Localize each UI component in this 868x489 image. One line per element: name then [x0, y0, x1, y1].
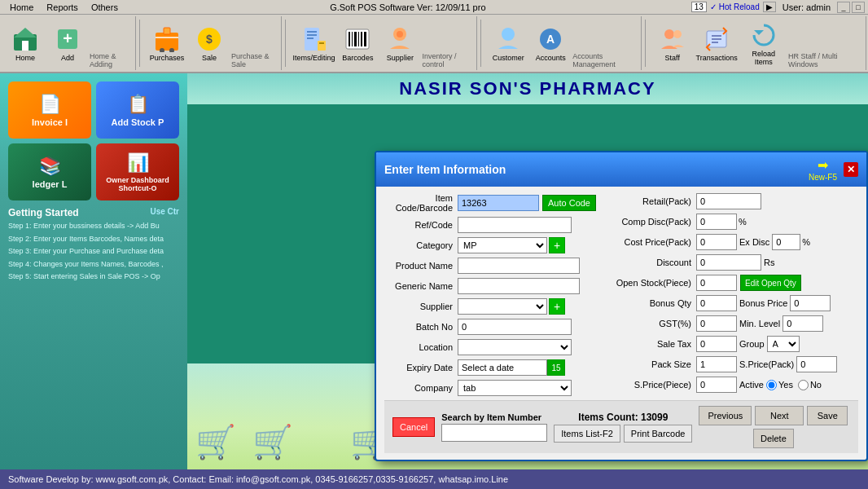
supplier-label: Supplier — [387, 54, 414, 62]
toolbar-accounts[interactable]: A Accounts — [530, 23, 571, 64]
toolbar-customer[interactable]: Customer — [488, 23, 528, 64]
toolbar-transactions[interactable]: Transactions — [695, 23, 739, 64]
ref-code-input[interactable] — [458, 217, 572, 233]
toolbar-sale[interactable]: $ Sale — [189, 23, 230, 64]
purchase-group-label: Purchase & Sale — [231, 52, 278, 70]
menu-reports[interactable]: Reports — [40, 2, 85, 12]
maximize-btn[interactable]: □ — [852, 2, 865, 13]
dashboard-label: Owner DashboardShortcut-O — [106, 176, 169, 192]
extra-btn[interactable]: ▶ — [763, 2, 776, 12]
min-level-input[interactable] — [783, 315, 823, 332]
barcodes-label: Barcodes — [342, 54, 373, 62]
s-price-pack-input[interactable] — [796, 356, 837, 372]
supplier-icon — [385, 24, 414, 54]
supplier-add-button[interactable]: + — [549, 298, 565, 315]
gst-input[interactable] — [696, 315, 737, 332]
new-f5-arrow: ➡ — [818, 157, 828, 173]
toolbar-group-inventory: Items/Editing Barcodes — [289, 16, 478, 70]
search-input[interactable] — [441, 424, 547, 442]
toolbar-barcodes[interactable]: Barcodes — [337, 23, 378, 64]
search-section: Search by Item Number — [441, 412, 547, 442]
pack-size-row: Pack Size S.Price(Pack) — [611, 356, 858, 372]
bonus-qty-input[interactable] — [696, 295, 737, 311]
toolbar-purchases[interactable]: Purchases — [147, 23, 187, 64]
toolbar-add[interactable]: + Add — [47, 23, 88, 64]
item-code-input[interactable] — [458, 195, 539, 211]
svg-rect-13 — [307, 34, 317, 36]
comp-disc-input[interactable] — [696, 214, 737, 230]
active-yes-label[interactable]: Yes — [766, 380, 793, 390]
ex-disc-input[interactable] — [772, 234, 800, 250]
active-no-radio[interactable] — [798, 380, 809, 390]
minimize-btn[interactable]: _ — [837, 2, 850, 13]
calendar-button[interactable]: 15 — [547, 359, 565, 376]
svg-text:+: + — [63, 29, 72, 47]
toolbar-items-editing[interactable]: Items/Editing — [292, 23, 336, 64]
toolbar-reload[interactable]: Reload Items — [741, 19, 787, 68]
active-yes-text: Yes — [778, 380, 793, 390]
previous-button[interactable]: Previous — [699, 406, 752, 425]
s-price-pack-label: S.Price(Pack) — [739, 359, 794, 369]
pack-size-label: Pack Size — [611, 359, 696, 369]
open-stock-input[interactable] — [696, 275, 737, 291]
group-select[interactable]: A — [767, 336, 800, 352]
location-select[interactable] — [458, 339, 572, 355]
search-label: Search by Item Number — [441, 412, 547, 422]
owner-dashboard-button[interactable]: 📊 Owner DashboardShortcut-O — [96, 143, 179, 200]
product-name-input[interactable] — [458, 258, 580, 274]
dialog-close-button[interactable]: ✕ — [844, 162, 858, 177]
toolbar-home[interactable]: Home — [5, 23, 46, 64]
open-stock-label: Open Stock(Piece) — [611, 278, 696, 288]
discount-input[interactable] — [696, 254, 761, 271]
menu-home[interactable]: Home — [3, 2, 40, 12]
staff-label: Staff — [665, 54, 680, 62]
s-price-piece-input[interactable] — [696, 377, 737, 393]
toolbar-supplier[interactable]: Supplier — [379, 23, 420, 64]
new-f5-button[interactable]: ➡ New-F5 — [809, 157, 837, 182]
toolbar-staff[interactable]: Staff — [652, 23, 693, 64]
bonus-price-input[interactable] — [790, 295, 831, 311]
sale-tax-input[interactable] — [696, 336, 737, 352]
toolbar-group-accounts: Customer A Accounts Accounts Management — [484, 16, 642, 70]
auto-code-button[interactable]: Auto Code — [542, 195, 596, 211]
home-icon — [11, 24, 40, 54]
active-no-label[interactable]: No — [798, 380, 822, 390]
cost-price-input[interactable] — [696, 234, 737, 250]
delete-button[interactable]: Delete — [753, 429, 794, 448]
toolbar-group-purchase: Purchases $ Sale Purchase & Sale — [143, 16, 282, 70]
svg-rect-22 — [361, 32, 362, 46]
comp-disc-row: Comp Disc(Pack) % — [611, 214, 858, 230]
menu-others[interactable]: Others — [85, 2, 125, 12]
category-add-button[interactable]: + — [549, 237, 565, 253]
pack-size-input[interactable] — [696, 356, 737, 372]
print-barcode-button[interactable]: Print Barcode — [624, 425, 693, 443]
cancel-button[interactable]: Cancel — [392, 417, 435, 437]
expiry-date-input[interactable] — [458, 359, 547, 376]
ref-code-row: Ref/Code — [384, 217, 604, 233]
step3: Step 3: Enter your Purchase and Purchase… — [8, 246, 179, 257]
hot-reload-label[interactable]: ✓ Hot Reload — [710, 2, 760, 11]
top-extras: 13 ✓ Hot Reload ▶ — [691, 2, 776, 12]
items-list-button[interactable]: Items List-F2 — [554, 425, 620, 443]
save-button[interactable]: Save — [807, 406, 848, 425]
ledger-button[interactable]: 📚 ledger L — [8, 143, 91, 200]
company-select[interactable]: tab — [458, 380, 572, 396]
edit-open-qty-button[interactable]: Edit Open Qty — [740, 275, 801, 291]
sale-tax-row: Sale Tax Group A — [611, 336, 858, 352]
supplier-select[interactable] — [458, 298, 547, 315]
invoice-button[interactable]: 📄 Invoice I — [8, 82, 91, 139]
category-select[interactable]: MP — [458, 237, 547, 253]
nav-section: Previous Next Save Delete — [699, 406, 848, 448]
active-label: Active — [739, 380, 764, 390]
cost-price-label: Cost Price(Pack) — [611, 237, 696, 247]
batch-no-input[interactable] — [458, 319, 572, 335]
ref-code-label: Ref/Code — [384, 220, 458, 230]
accounts-group-label: Accounts Management — [572, 52, 638, 70]
retail-pack-input[interactable] — [696, 193, 761, 209]
retail-pack-label: Retail(Pack) — [611, 196, 696, 206]
active-yes-radio[interactable] — [766, 380, 777, 390]
generic-name-input[interactable] — [458, 278, 580, 294]
add-stock-button[interactable]: 📋 Add Stock P — [96, 82, 179, 139]
next-button[interactable]: Next — [755, 406, 804, 425]
sep3 — [480, 20, 481, 67]
